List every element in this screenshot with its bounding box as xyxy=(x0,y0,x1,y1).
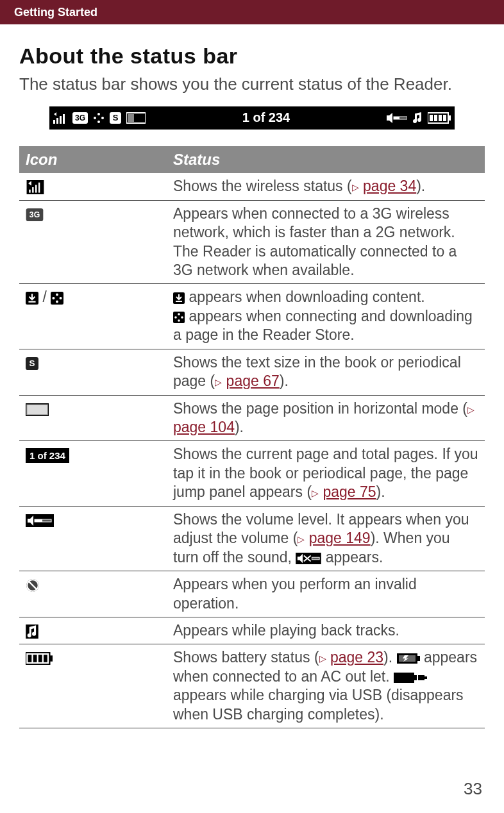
cell-text: appears. xyxy=(321,549,383,566)
svg-rect-67 xyxy=(418,675,424,680)
cell-text: ). xyxy=(280,373,289,389)
svg-text:3G: 3G xyxy=(75,113,85,122)
svg-rect-58 xyxy=(28,655,32,662)
cell-text: ). xyxy=(383,649,396,666)
table-row: Shows the volume level. It appears when … xyxy=(19,506,485,571)
svg-point-32 xyxy=(53,297,55,299)
svg-rect-21 xyxy=(443,115,446,121)
svg-point-7 xyxy=(94,117,96,119)
page-indicator: 1 of 234 xyxy=(146,110,387,125)
table-row: Shows the page position in horizontal mo… xyxy=(19,395,485,441)
svg-rect-1 xyxy=(56,118,58,124)
activity-icon xyxy=(51,292,63,305)
svg-rect-61 xyxy=(44,655,47,662)
signal-icon xyxy=(53,112,67,124)
svg-rect-24 xyxy=(32,187,33,193)
svg-rect-44 xyxy=(27,405,47,414)
cell-text: appears when downloading content. xyxy=(185,289,425,305)
cell-text: Shows the page position in horizontal mo… xyxy=(173,400,467,417)
svg-text:3G: 3G xyxy=(29,210,40,219)
column-header-status: Status xyxy=(167,146,485,174)
link-marker-icon: ▷ xyxy=(312,488,319,498)
volume-icon xyxy=(26,514,54,527)
header-bar: Getting Started xyxy=(0,0,504,24)
svg-point-38 xyxy=(174,316,177,319)
table-row: 3G Appears when connected to a 3G wirele… xyxy=(19,200,485,284)
battery-usb-icon xyxy=(394,673,427,683)
svg-point-6 xyxy=(97,113,100,115)
svg-rect-68 xyxy=(424,676,427,679)
svg-rect-59 xyxy=(33,655,37,662)
svg-text:S: S xyxy=(29,358,35,368)
status-table: Icon Status Shows the wireless status (▷… xyxy=(19,146,485,729)
page-link[interactable]: page 67 xyxy=(226,373,280,389)
page-link[interactable]: page 149 xyxy=(309,530,371,546)
svg-point-31 xyxy=(56,294,58,296)
download-icon xyxy=(173,292,185,304)
svg-rect-26 xyxy=(38,183,40,193)
cell-text: Appears when connected to a 3G wireless … xyxy=(167,200,485,284)
svg-rect-17 xyxy=(448,115,451,121)
page-link[interactable]: page 34 xyxy=(363,178,416,194)
svg-rect-15 xyxy=(394,117,399,119)
battery-icon xyxy=(428,112,451,124)
svg-rect-25 xyxy=(35,185,37,192)
download-icon xyxy=(26,292,38,305)
activity-icon xyxy=(93,112,105,124)
svg-rect-13 xyxy=(128,114,134,122)
status-bar-sample: 3G S 1 of 234 xyxy=(19,106,485,130)
table-row: 1 of 234 Shows the current page and tota… xyxy=(19,441,485,506)
table-row: Appears when you perform an invalid oper… xyxy=(19,571,485,617)
svg-rect-18 xyxy=(430,115,433,121)
page-link[interactable]: page 104 xyxy=(173,419,235,435)
cell-text: Shows the wireless status ( xyxy=(173,178,352,194)
cell-text: appears while charging via USB (disappea… xyxy=(173,687,464,722)
table-row: Shows battery status (▷ page 23). appear… xyxy=(19,644,485,728)
music-icon xyxy=(26,624,38,639)
intro-text: The status bar shows you the current sta… xyxy=(19,74,485,95)
svg-rect-19 xyxy=(434,115,437,121)
svg-rect-47 xyxy=(35,519,42,522)
battery-icon xyxy=(26,652,53,665)
svg-rect-3 xyxy=(63,114,65,124)
svg-rect-57 xyxy=(49,656,53,662)
icon-separator: / xyxy=(38,289,51,305)
svg-text:S: S xyxy=(113,113,119,122)
svg-point-40 xyxy=(178,319,180,322)
svg-point-33 xyxy=(60,297,62,299)
activity-icon xyxy=(173,312,185,323)
svg-point-34 xyxy=(56,301,58,303)
link-marker-icon: ▷ xyxy=(298,534,305,544)
svg-rect-65 xyxy=(394,673,414,683)
svg-rect-66 xyxy=(414,675,417,680)
column-header-icon: Icon xyxy=(19,146,167,174)
table-row: S Shows the text size in the book or per… xyxy=(19,349,485,395)
text-size-icon: S xyxy=(110,112,121,124)
threeg-icon: 3G xyxy=(72,112,88,124)
signal-icon xyxy=(26,180,45,194)
page-position-icon xyxy=(26,403,49,416)
table-row: Shows the wireless status (▷ page 34). xyxy=(19,173,485,200)
cell-text: Shows battery status ( xyxy=(173,649,319,666)
page-position-icon xyxy=(126,112,146,124)
page-link[interactable]: page 75 xyxy=(323,483,376,500)
svg-point-8 xyxy=(101,117,104,119)
link-marker-icon: ▷ xyxy=(352,182,359,192)
page-link[interactable]: page 23 xyxy=(330,649,383,666)
cell-text: Appears when you perform an invalid oper… xyxy=(167,571,485,617)
text-size-icon: S xyxy=(26,357,38,370)
cell-text: ). xyxy=(416,178,425,194)
svg-rect-51 xyxy=(312,557,320,560)
cell-text: appears when connecting and downloading … xyxy=(173,308,473,343)
svg-rect-20 xyxy=(439,115,442,121)
invalid-icon xyxy=(26,578,40,592)
threeg-icon: 3G xyxy=(26,208,44,221)
svg-rect-2 xyxy=(60,116,62,124)
volume-icon xyxy=(387,112,407,124)
svg-rect-0 xyxy=(53,120,55,124)
breadcrumb: Getting Started xyxy=(0,0,112,24)
svg-point-37 xyxy=(178,313,180,315)
music-icon xyxy=(412,112,423,124)
page-number: 33 xyxy=(464,779,482,799)
table-row: / appears when downloading content. appe… xyxy=(19,284,485,349)
